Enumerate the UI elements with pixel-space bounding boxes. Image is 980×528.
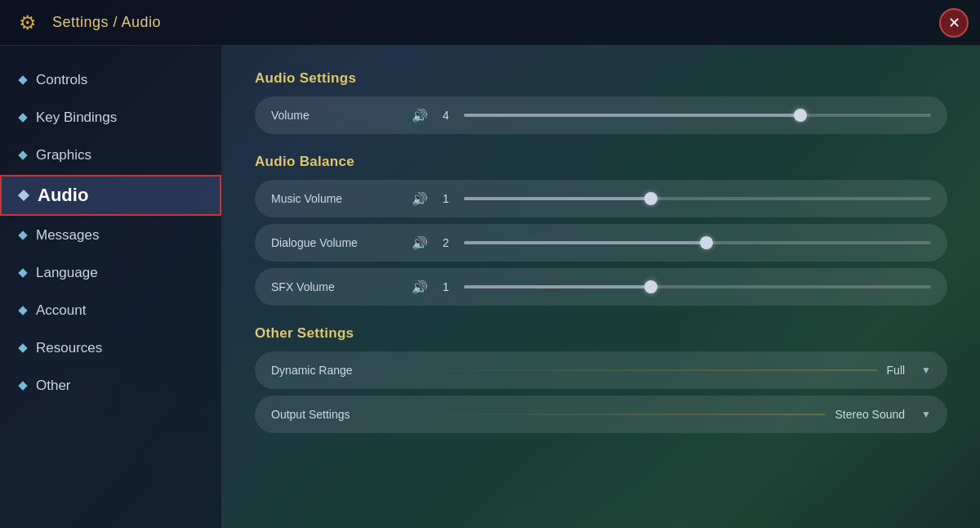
volume-fill <box>464 114 800 117</box>
close-button[interactable]: ✕ <box>939 8 969 38</box>
sfx-volume-value: 1 <box>438 280 454 293</box>
output-settings-value: Stereo Sound <box>835 408 905 421</box>
sfx-volume-row: SFX Volume 🔊 1 <box>255 268 947 306</box>
bullet-icon <box>18 306 27 315</box>
audio-balance-title: Audio Balance <box>255 154 947 170</box>
dialogue-speaker-icon: 🔊 <box>412 235 428 251</box>
sfx-speaker-icon: 🔊 <box>412 280 428 295</box>
dialogue-volume-fill <box>464 241 706 244</box>
output-settings-row: Output Settings Stereo Sound ▼ <box>255 396 947 433</box>
sidebar-item-controls[interactable]: Controls <box>0 62 221 98</box>
dynamic-range-label: Dynamic Range <box>271 364 402 377</box>
sidebar-label: Resources <box>36 340 102 356</box>
sidebar-label: Graphics <box>36 147 91 163</box>
main-content: Controls Key Bindings Graphics Audio Mes… <box>0 46 980 528</box>
header-bar: ⚙ Settings / Audio ✕ <box>0 0 980 46</box>
sidebar-label: Audio <box>38 185 88 206</box>
bullet-icon <box>18 343 27 352</box>
volume-row: Volume 🔊 4 <box>255 96 947 134</box>
other-settings-section: Other Settings Dynamic Range Full ▼ Outp… <box>255 325 947 433</box>
audio-settings-section: Audio Settings Volume 🔊 4 <box>255 70 947 134</box>
volume-slider[interactable] <box>464 114 931 117</box>
dynamic-range-row: Dynamic Range Full ▼ <box>255 351 947 389</box>
sidebar-item-graphics[interactable]: Graphics <box>0 137 221 173</box>
volume-thumb[interactable] <box>794 109 807 122</box>
close-icon: ✕ <box>948 14 960 32</box>
sidebar-item-account[interactable]: Account <box>0 293 221 329</box>
dynamic-range-spacer <box>412 369 877 371</box>
sidebar-item-resources[interactable]: Resources <box>0 330 221 366</box>
settings-window: ⚙ Settings / Audio ✕ Controls Key Bindin… <box>0 0 980 528</box>
sidebar-item-key-bindings[interactable]: Key Bindings <box>0 100 221 136</box>
sidebar-label: Key Bindings <box>36 110 117 126</box>
bullet-icon <box>18 190 29 201</box>
dialogue-volume-row: Dialogue Volume 🔊 2 <box>255 224 947 262</box>
audio-balance-section: Audio Balance Music Volume 🔊 1 Dialogue … <box>255 154 947 306</box>
music-volume-slider[interactable] <box>464 197 931 200</box>
dynamic-range-arrow-icon: ▼ <box>921 365 931 376</box>
dialogue-volume-thumb[interactable] <box>700 236 713 249</box>
dynamic-range-value: Full <box>887 364 906 377</box>
volume-value: 4 <box>438 109 454 122</box>
sidebar-item-language[interactable]: Language <box>0 255 221 291</box>
bullet-icon <box>18 268 27 277</box>
sfx-volume-fill <box>464 285 651 289</box>
header-title: Settings / Audio <box>52 14 161 31</box>
sidebar-label: Language <box>36 265 98 281</box>
settings-panel: Audio Settings Volume 🔊 4 Audio Balance <box>222 46 980 528</box>
sidebar-label: Controls <box>36 72 87 88</box>
dialogue-volume-slider[interactable] <box>464 241 931 244</box>
volume-label: Volume <box>271 109 402 122</box>
audio-settings-title: Audio Settings <box>255 70 947 87</box>
bullet-icon <box>18 113 27 122</box>
bullet-icon <box>18 75 27 84</box>
volume-speaker-icon: 🔊 <box>412 108 428 123</box>
music-volume-row: Music Volume 🔊 1 <box>255 180 947 217</box>
sfx-volume-label: SFX Volume <box>271 280 402 293</box>
sidebar-item-messages[interactable]: Messages <box>0 217 221 253</box>
dialogue-volume-value: 2 <box>438 236 454 249</box>
sidebar-item-other[interactable]: Other <box>0 368 221 404</box>
settings-icon: ⚙ <box>13 8 42 38</box>
other-settings-title: Other Settings <box>255 325 947 342</box>
music-speaker-icon: 🔊 <box>412 191 428 207</box>
output-settings-arrow-icon: ▼ <box>921 409 931 420</box>
sidebar-item-audio[interactable]: Audio <box>0 175 221 216</box>
bullet-icon <box>18 230 27 239</box>
output-settings-spacer <box>412 414 825 415</box>
sidebar-label: Account <box>36 302 86 319</box>
music-volume-value: 1 <box>438 192 454 205</box>
sidebar-label: Messages <box>36 227 99 244</box>
music-volume-thumb[interactable] <box>644 192 657 205</box>
sfx-volume-thumb[interactable] <box>644 280 657 293</box>
bullet-icon <box>18 381 27 390</box>
music-volume-fill <box>464 197 651 200</box>
bullet-icon <box>18 150 27 159</box>
sfx-volume-slider[interactable] <box>464 285 931 289</box>
sidebar-label: Other <box>36 378 71 394</box>
output-settings-label: Output Settings <box>271 408 402 421</box>
sidebar: Controls Key Bindings Graphics Audio Mes… <box>0 46 222 528</box>
dialogue-volume-label: Dialogue Volume <box>271 236 402 249</box>
music-volume-label: Music Volume <box>271 192 402 205</box>
